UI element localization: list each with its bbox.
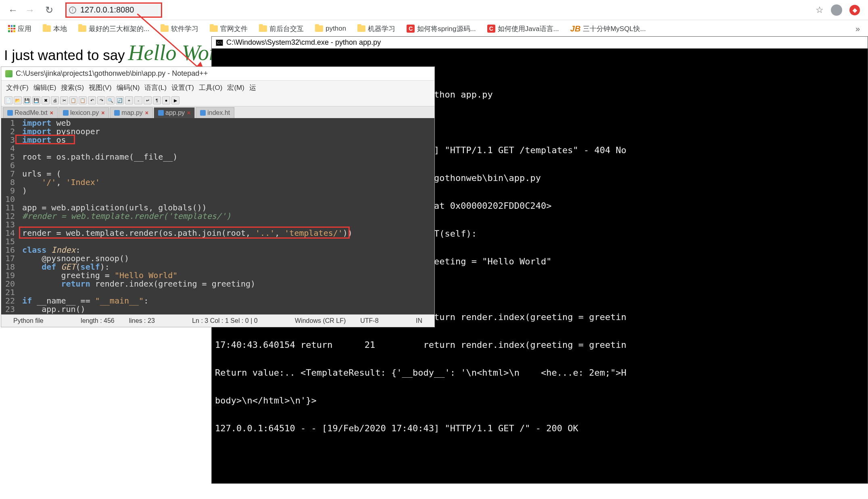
- menu-settings[interactable]: 设置(T): [170, 82, 196, 93]
- toolbar-zoom-out-icon[interactable]: -: [134, 96, 142, 104]
- npp-title-text: C:\Users\jinka\projects1\gothonweb\bin\a…: [16, 69, 208, 78]
- tab-close-icon[interactable]: ×: [187, 110, 190, 116]
- bookmark-item[interactable]: JB三十分钟MySQL快...: [570, 24, 646, 33]
- tab-close-icon[interactable]: ×: [50, 110, 53, 116]
- folder-icon: [210, 25, 218, 32]
- toolbar-redo-icon[interactable]: ↷: [97, 96, 105, 104]
- toolbar-show-icon[interactable]: ¶: [153, 96, 161, 104]
- profile-avatar-icon[interactable]: [831, 4, 842, 16]
- toolbar-copy-icon[interactable]: 📋: [69, 96, 77, 104]
- menu-file[interactable]: 文件(F): [4, 82, 30, 93]
- status-encoding: UTF-8: [353, 317, 386, 324]
- folder-icon: [161, 25, 169, 32]
- tab-close-icon[interactable]: ×: [101, 110, 104, 116]
- file-icon: [158, 110, 164, 116]
- menu-edit[interactable]: 编辑(E): [32, 82, 58, 93]
- toolbar-open-icon[interactable]: 📂: [14, 96, 22, 104]
- editor-tab[interactable]: map.py×: [110, 107, 153, 118]
- menu-search[interactable]: 搜索(S): [59, 82, 86, 93]
- toolbar-wrap-icon[interactable]: ↵: [144, 96, 152, 104]
- cmd-line: 127.0.0.1:64510 - - [19/Feb/2020 17:40:4…: [215, 424, 864, 433]
- folder-icon: [259, 25, 267, 32]
- toolbar-find-icon[interactable]: 🔍: [106, 96, 115, 104]
- jb-icon: JB: [570, 24, 581, 33]
- code-editor[interactable]: 1234567891011121314151617181920212223 im…: [1, 118, 434, 314]
- menu-view[interactable]: 视图(V): [87, 82, 113, 93]
- status-pos: Ln : 3 Col : 1 Sel : 0 | 0: [185, 317, 265, 324]
- reload-button[interactable]: ↻: [45, 4, 53, 16]
- cmd-titlebar[interactable]: C:\ C:\Windows\System32\cmd.exe - python…: [212, 37, 868, 49]
- editor-tab[interactable]: lexicon.py×: [58, 107, 109, 118]
- apps-grid-icon: [8, 25, 15, 32]
- menu-run[interactable]: 运: [248, 82, 258, 93]
- toolbar-paste-icon[interactable]: 📋: [79, 96, 87, 104]
- toolbar-close-icon[interactable]: ✖: [42, 96, 50, 104]
- menu-encoding[interactable]: 编码(N): [115, 82, 142, 93]
- npp-titlebar[interactable]: C:\Users\jinka\projects1\gothonweb\bin\a…: [1, 67, 434, 81]
- cmd-line: body>\n</html>\n'}>: [215, 396, 864, 405]
- red-highlight-line14: [19, 227, 350, 239]
- back-button[interactable]: ←: [8, 4, 18, 16]
- forward-button[interactable]: →: [25, 4, 35, 16]
- page-text-prefix: I just wanted to say: [4, 47, 125, 63]
- toolbar-rec-icon[interactable]: ●: [162, 96, 170, 104]
- file-icon: [200, 110, 206, 116]
- folder-icon: [78, 25, 86, 32]
- npp-tabs: ReadMe.txt× lexicon.py× map.py× app.py× …: [1, 106, 434, 118]
- cmd-icon: C:\: [216, 40, 223, 46]
- code-body[interactable]: import web import pysnooper import os ro…: [21, 118, 434, 314]
- notepadpp-window: C:\Users\jinka\projects1\gothonweb\bin\a…: [1, 67, 435, 327]
- file-icon: [114, 110, 120, 116]
- editor-tab[interactable]: ReadMe.txt×: [3, 107, 58, 118]
- info-icon[interactable]: i: [69, 6, 76, 14]
- npp-logo-icon: [5, 70, 13, 77]
- toolbar-cut-icon[interactable]: ✂: [60, 96, 68, 104]
- status-ins: IN: [409, 317, 430, 324]
- bookmark-item[interactable]: 本地: [43, 24, 67, 33]
- toolbar-saveall-icon[interactable]: 💾: [32, 96, 40, 104]
- bookmark-item[interactable]: C如何将spring源码...: [407, 24, 476, 33]
- menu-macro[interactable]: 宏(M): [225, 82, 246, 93]
- folder-icon: [315, 25, 323, 32]
- bookmark-item[interactable]: 软件学习: [161, 24, 198, 33]
- editor-tab-active[interactable]: app.py×: [154, 107, 195, 118]
- toolbar-new-icon[interactable]: 📄: [4, 96, 13, 104]
- menu-tools[interactable]: 工具(O): [197, 82, 224, 93]
- status-eol: Windows (CR LF): [288, 317, 353, 324]
- cmd-line: Return value:.. <TemplateResult: {'__bod…: [215, 368, 864, 377]
- url-text: 127.0.0.1:8080: [80, 5, 134, 15]
- bookmark-star-icon[interactable]: ☆: [816, 5, 824, 15]
- bookmark-item[interactable]: 前后台交互: [259, 24, 304, 33]
- toolbar-save-icon[interactable]: 💾: [23, 96, 31, 104]
- editor-tab[interactable]: index.ht: [196, 107, 234, 118]
- bookmark-item[interactable]: C如何使用Java语言...: [487, 24, 559, 33]
- bookmark-item[interactable]: 最好的三大框架的...: [78, 24, 149, 33]
- red-highlight-line3: [15, 135, 75, 144]
- bookmark-item[interactable]: 机器学习: [357, 24, 395, 33]
- browser-toolbar: ← → ↻ i 127.0.0.1:8080 ☆ ◆: [0, 0, 868, 20]
- file-icon: [7, 110, 13, 116]
- line-gutter: 1234567891011121314151617181920212223: [1, 118, 21, 314]
- bookmark-item[interactable]: 官网文件: [210, 24, 248, 33]
- url-box-highlighted[interactable]: i 127.0.0.1:8080: [65, 2, 162, 18]
- cmd-title-text: C:\Windows\System32\cmd.exe - python app…: [226, 38, 381, 47]
- site-icon: C: [487, 25, 495, 33]
- npp-toolbar: 📄 📂 💾 💾 ✖ 🖨 ✂ 📋 📋 ↶ ↷ 🔍 🔄 + - ↵ ¶ ● ▶: [1, 95, 434, 106]
- folder-icon: [43, 25, 51, 32]
- toolbar-play-icon[interactable]: ▶: [171, 96, 179, 104]
- toolbar-print-icon[interactable]: 🖨: [51, 96, 59, 104]
- npp-statusbar: Python file length : 456 lines : 23 Ln :…: [1, 314, 434, 327]
- toolbar-zoom-in-icon[interactable]: +: [125, 96, 133, 104]
- npp-menubar: 文件(F) 编辑(E) 搜索(S) 视图(V) 编码(N) 语言(L) 设置(T…: [1, 81, 434, 95]
- browser-right-icons: ☆ ◆: [816, 4, 860, 16]
- apps-button[interactable]: 应用: [8, 24, 31, 33]
- toolbar-undo-icon[interactable]: ↶: [88, 96, 96, 104]
- toolbar-replace-icon[interactable]: 🔄: [116, 96, 124, 104]
- tab-close-icon[interactable]: ×: [145, 110, 148, 116]
- status-length: length : 456: [73, 317, 122, 324]
- nav-arrows: ← → ↻: [8, 4, 53, 16]
- extension-icon[interactable]: ◆: [849, 5, 860, 15]
- more-bookmarks-button[interactable]: »: [855, 24, 860, 33]
- bookmark-item[interactable]: python: [315, 25, 346, 33]
- menu-language[interactable]: 语言(L): [143, 82, 168, 93]
